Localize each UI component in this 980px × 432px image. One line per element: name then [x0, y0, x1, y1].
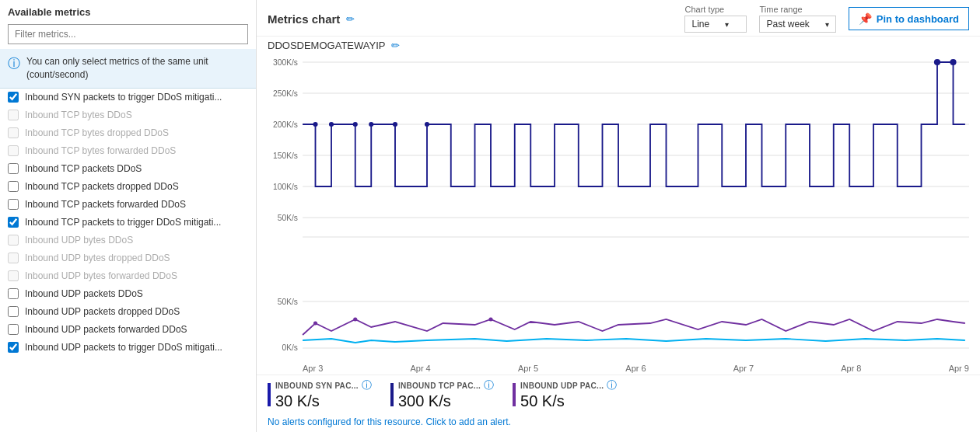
metric-item[interactable]: Inbound TCP packets forwarded DDoS	[0, 196, 256, 214]
filter-input-container	[0, 21, 256, 49]
metric-checkbox[interactable]	[8, 235, 19, 246]
sub-chart-svg: 50K/s 0K/s	[268, 292, 969, 362]
metric-label: Inbound TCP packets DDoS	[25, 163, 142, 174]
chart-type-label: Chart type	[684, 5, 747, 14]
x-axis-label: Apr 4	[410, 364, 430, 373]
info-box: ⓘ You can only select metrics of the sam…	[0, 49, 256, 89]
chart-controls: Chart type Line ▾ Time range Past week ▾…	[684, 5, 969, 33]
metric-item[interactable]: Inbound TCP packets to trigger DDoS miti…	[0, 214, 256, 232]
svg-point-27	[488, 318, 492, 322]
chart-area: 300K/s 250K/s 200K/s 150K/s 100K/s 50K/s	[257, 54, 980, 375]
metric-item[interactable]: Inbound UDP packets forwarded DDoS	[0, 321, 256, 339]
metric-checkbox[interactable]	[8, 217, 19, 228]
legend-item: INBOUND UDP PAC...ⓘ50 K/s	[513, 378, 617, 410]
x-axis-label: Apr 9	[949, 364, 969, 373]
svg-point-16	[369, 122, 373, 127]
metric-item[interactable]: Inbound TCP bytes forwarded DDoS	[0, 142, 256, 160]
metric-label: Inbound UDP bytes DDoS	[25, 235, 133, 246]
metric-checkbox[interactable]	[8, 270, 19, 281]
chart-title: Metrics chart	[268, 12, 340, 26]
pin-to-dashboard-button[interactable]: 📌 Pin to dashboard	[849, 7, 969, 30]
metrics-list: Inbound SYN packets to trigger DDoS miti…	[0, 89, 256, 432]
legend-metric-value: 50 K/s	[520, 392, 617, 410]
metric-checkbox[interactable]	[8, 145, 19, 156]
metric-label: Inbound UDP packets forwarded DDoS	[25, 324, 187, 335]
metric-item[interactable]: Inbound UDP packets dropped DDoS	[0, 303, 256, 321]
svg-point-19	[934, 59, 940, 65]
metric-label: Inbound TCP bytes forwarded DDoS	[25, 145, 176, 156]
legend-info-icon[interactable]: ⓘ	[484, 378, 494, 392]
chart-type-value: Line	[691, 19, 709, 30]
legend-info-icon[interactable]: ⓘ	[362, 378, 372, 392]
left-panel: Available metrics ⓘ You can only select …	[0, 0, 257, 432]
metric-label: Inbound UDP bytes dropped DDoS	[25, 253, 170, 263]
alert-row[interactable]: No alerts configured for this resource. …	[257, 413, 980, 432]
svg-text:300K/s: 300K/s	[273, 58, 298, 67]
metric-item[interactable]: Inbound TCP bytes dropped DDoS	[0, 124, 256, 142]
metric-label: Inbound TCP packets to trigger DDoS miti…	[25, 217, 221, 228]
legend-color-bar	[513, 383, 516, 406]
metric-checkbox[interactable]	[8, 92, 19, 103]
resource-name: DDOSDEMOGATEWAYIP	[268, 40, 385, 51]
alert-link[interactable]: No alerts configured for this resource. …	[268, 416, 511, 427]
svg-text:250K/s: 250K/s	[273, 89, 298, 98]
svg-text:0K/s: 0K/s	[282, 343, 297, 352]
svg-point-18	[425, 122, 429, 127]
metric-label: Inbound TCP packets dropped DDoS	[25, 181, 179, 192]
metric-item[interactable]: Inbound SYN packets to trigger DDoS miti…	[0, 89, 256, 106]
metric-checkbox[interactable]	[8, 163, 19, 174]
x-axis-label: Apr 3	[303, 364, 323, 373]
svg-text:100K/s: 100K/s	[273, 183, 298, 191]
legend-color-bar	[390, 383, 394, 406]
info-icon: ⓘ	[8, 56, 20, 72]
metric-item[interactable]: Inbound UDP bytes forwarded DDoS	[0, 267, 256, 285]
metric-checkbox[interactable]	[8, 253, 19, 263]
filter-metrics-input[interactable]	[8, 24, 248, 44]
metric-item[interactable]: Inbound TCP packets dropped DDoS	[0, 178, 256, 196]
metric-item[interactable]: Inbound UDP bytes DDoS	[0, 232, 256, 249]
time-range-label: Time range	[759, 5, 835, 14]
metric-item[interactable]: Inbound TCP packets DDoS	[0, 160, 256, 178]
chart-title-group: Metrics chart ✏	[268, 12, 355, 26]
chart-type-chevron: ▾	[725, 20, 729, 29]
svg-point-14	[329, 122, 334, 127]
metric-checkbox[interactable]	[8, 199, 19, 210]
metric-label: Inbound UDP packets DDoS	[25, 288, 143, 299]
metric-label: Inbound TCP bytes DDoS	[25, 110, 132, 120]
legend-info-icon[interactable]: ⓘ	[607, 378, 617, 392]
x-axis-label: Apr 7	[733, 364, 754, 373]
metric-item[interactable]: Inbound UDP packets to trigger DDoS miti…	[0, 339, 256, 357]
resource-edit-icon[interactable]: ✏	[391, 40, 400, 51]
metric-checkbox[interactable]	[8, 110, 19, 120]
chart-title-edit-icon[interactable]: ✏	[346, 13, 355, 25]
svg-point-26	[353, 318, 357, 322]
metric-item[interactable]: Inbound UDP bytes dropped DDoS	[0, 249, 256, 267]
legend-item: INBOUND SYN PAC...ⓘ30 K/s	[268, 378, 372, 410]
metric-label: Inbound UDP packets dropped DDoS	[25, 306, 180, 317]
main-chart: 300K/s 250K/s 200K/s 150K/s 100K/s 50K/s	[268, 54, 969, 292]
svg-point-17	[393, 122, 397, 127]
pin-label: Pin to dashboard	[877, 13, 959, 25]
metric-label: Inbound UDP packets to trigger DDoS miti…	[25, 342, 222, 353]
metric-checkbox[interactable]	[8, 288, 19, 299]
metric-item[interactable]: Inbound UDP packets DDoS	[0, 285, 256, 303]
x-axis-label: Apr 5	[518, 364, 538, 373]
svg-text:50K/s: 50K/s	[278, 214, 298, 222]
legend-item: INBOUND TCP PAC...ⓘ300 K/s	[390, 378, 494, 410]
chart-type-select[interactable]: Line ▾	[684, 16, 747, 33]
info-text: You can only select metrics of the same …	[26, 55, 248, 82]
metric-checkbox[interactable]	[8, 306, 19, 317]
metric-checkbox[interactable]	[8, 181, 19, 192]
time-range-select[interactable]: Past week ▾	[759, 16, 835, 33]
chart-type-group: Chart type Line ▾	[684, 5, 747, 33]
legend-metric-name: INBOUND UDP PAC...	[520, 381, 604, 390]
legend-metric-value: 30 K/s	[275, 392, 372, 410]
time-range-value: Past week	[766, 19, 809, 30]
sub-chart: 50K/s 0K/s	[268, 292, 969, 362]
legend-metric-name: INBOUND TCP PAC...	[398, 381, 481, 390]
legend-metric-value: 300 K/s	[398, 392, 494, 410]
metric-checkbox[interactable]	[8, 127, 19, 138]
metric-item[interactable]: Inbound TCP bytes DDoS	[0, 106, 256, 124]
metric-checkbox[interactable]	[8, 324, 19, 335]
metric-checkbox[interactable]	[8, 342, 19, 353]
